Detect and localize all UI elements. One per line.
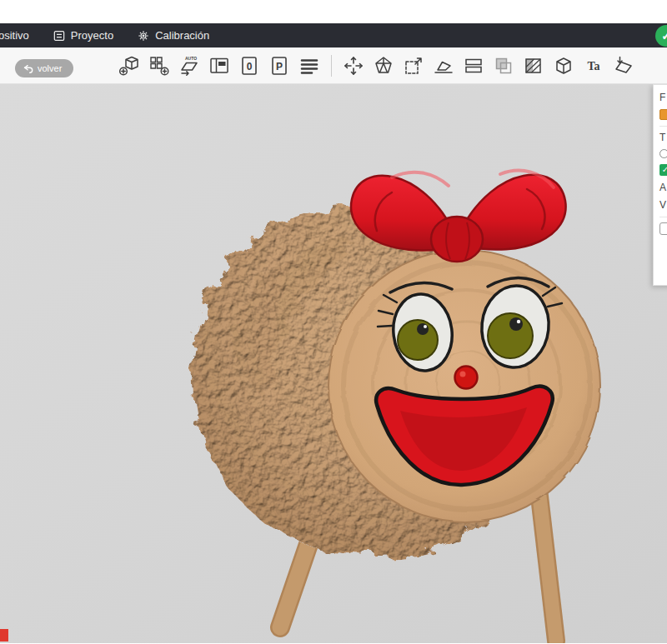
toolbar: volver AUTO <box>0 47 667 84</box>
svg-text:AUTO: AUTO <box>185 56 197 61</box>
toolbar-separator <box>331 55 332 77</box>
svg-text:Ta: Ta <box>587 60 599 72</box>
menu-item-proyecto[interactable]: Proyecto <box>41 23 125 47</box>
project-document-icon <box>53 29 66 42</box>
panel-field3-label: A <box>659 182 666 193</box>
add-array-icon[interactable] <box>147 53 172 78</box>
page-zero-icon[interactable]: 0 <box>237 53 262 78</box>
menubar: ositivo Proyecto Calibración ✓ <box>0 23 667 47</box>
checkbox-checked-icon[interactable]: ✓ <box>659 164 667 176</box>
panel-field2-label: T <box>659 132 665 143</box>
menu-item-label: ositivo <box>0 29 29 42</box>
support-export-icon[interactable] <box>611 53 636 78</box>
window-top-strip <box>0 0 667 23</box>
radio-icon[interactable] <box>659 149 667 158</box>
svg-text:0: 0 <box>247 60 253 72</box>
menu-item-calibracion[interactable]: Calibración <box>125 23 221 47</box>
sheep-model <box>0 84 667 643</box>
status-check-badge[interactable]: ✓ <box>655 25 667 47</box>
auto-arrange-icon[interactable]: AUTO <box>177 53 202 78</box>
svg-text:P: P <box>276 60 283 72</box>
menu-item-label: Proyecto <box>71 29 113 42</box>
back-button-label: volver <box>38 63 62 73</box>
calibration-gear-icon <box>137 29 150 42</box>
layout-panels-icon[interactable] <box>207 53 232 78</box>
menu-item-dispositivo[interactable]: ositivo <box>0 23 41 47</box>
split-slabs-icon[interactable] <box>461 53 486 78</box>
menu-item-label: Calibración <box>155 29 209 42</box>
hatch-fill-icon[interactable] <box>521 53 546 78</box>
scale-icon[interactable] <box>401 53 426 78</box>
cube-view-icon[interactable] <box>551 53 576 78</box>
axis-gizmo-stub <box>0 629 8 642</box>
list-icon[interactable] <box>297 53 322 78</box>
lay-flat-icon[interactable] <box>431 53 456 78</box>
rotate-gem-icon[interactable] <box>371 53 396 78</box>
panel-field1-label: F <box>659 92 665 103</box>
properties-panel: F T ✓ A V <box>653 84 667 286</box>
page-p-icon[interactable]: P <box>267 53 292 78</box>
panel-divider <box>659 217 667 217</box>
clone-squares-icon[interactable] <box>491 53 516 78</box>
color-swatch[interactable] <box>659 109 667 120</box>
panel-divider <box>659 126 667 127</box>
toolbar-icons: AUTO 0 P <box>117 53 636 78</box>
back-arrow-icon <box>23 64 33 73</box>
back-button[interactable]: volver <box>15 59 73 77</box>
text-tool-icon[interactable]: Ta <box>581 53 606 78</box>
add-model-icon[interactable] <box>117 53 142 78</box>
panel-tool-icon[interactable] <box>659 222 667 235</box>
viewport-3d[interactable]: F T ✓ A V <box>0 84 667 643</box>
panel-field4-label: V <box>659 199 666 211</box>
move-icon[interactable] <box>341 53 366 78</box>
